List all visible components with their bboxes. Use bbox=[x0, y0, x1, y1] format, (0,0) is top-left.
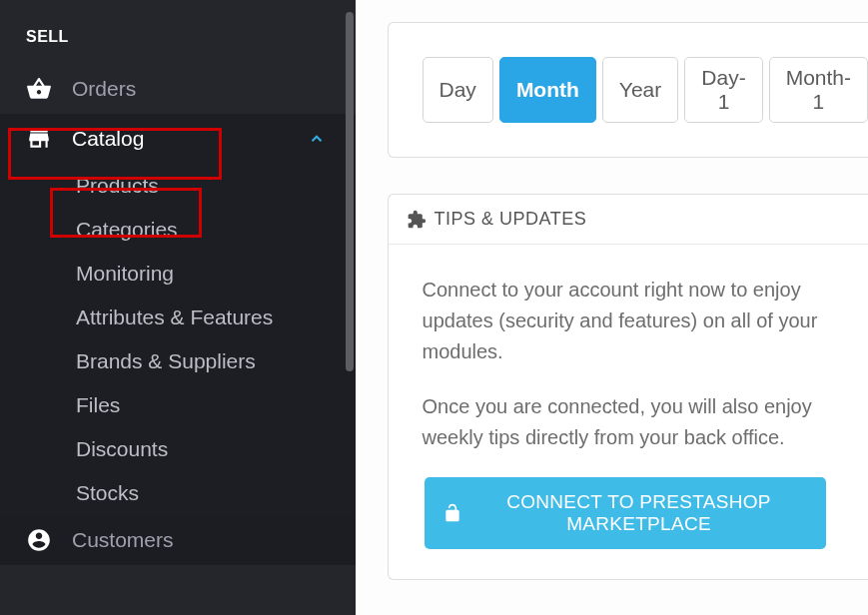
sidebar: SELL Orders Catalog Products Categories … bbox=[0, 0, 356, 615]
range-btn-year[interactable]: Year bbox=[602, 57, 678, 123]
catalog-submenu: Products Categories Monitoring Attribute… bbox=[0, 164, 356, 515]
user-circle-icon bbox=[26, 527, 52, 553]
tips-body: Connect to your account right now to enj… bbox=[389, 245, 868, 579]
range-btn-month[interactable]: Month bbox=[499, 57, 596, 123]
submenu-item-categories[interactable]: Categories bbox=[0, 208, 356, 252]
sidebar-item-label: Catalog bbox=[72, 127, 144, 151]
date-range-group: Day Month Year Day-1 Month-1 bbox=[423, 57, 868, 123]
submenu-item-files[interactable]: Files bbox=[0, 383, 356, 427]
sidebar-item-label: Orders bbox=[72, 77, 136, 101]
tips-card: TIPS & UPDATES Connect to your account r… bbox=[388, 194, 868, 580]
range-btn-day[interactable]: Day bbox=[423, 57, 493, 123]
chevron-up-icon bbox=[308, 130, 326, 148]
sidebar-section-title: SELL bbox=[0, 0, 356, 64]
date-range-card: Day Month Year Day-1 Month-1 bbox=[388, 22, 868, 158]
range-btn-month-1[interactable]: Month-1 bbox=[769, 57, 868, 123]
puzzle-icon bbox=[407, 210, 427, 230]
submenu-item-products[interactable]: Products bbox=[0, 164, 356, 208]
connect-button-label: CONNECT TO PRESTASHOP MARKETPLACE bbox=[470, 491, 808, 535]
range-btn-day-1[interactable]: Day-1 bbox=[684, 57, 762, 123]
unlock-icon bbox=[442, 503, 462, 523]
submenu-item-stocks[interactable]: Stocks bbox=[0, 471, 356, 515]
store-icon bbox=[26, 126, 52, 152]
tips-header: TIPS & UPDATES bbox=[389, 195, 868, 245]
tips-title: TIPS & UPDATES bbox=[434, 209, 587, 230]
submenu-item-attributes-features[interactable]: Attributes & Features bbox=[0, 296, 356, 339]
basket-icon bbox=[26, 76, 52, 102]
sidebar-item-catalog[interactable]: Catalog bbox=[0, 114, 356, 164]
submenu-item-monitoring[interactable]: Monitoring bbox=[0, 252, 356, 296]
main-content: Day Month Year Day-1 Month-1 TIPS & UPDA… bbox=[356, 0, 868, 615]
scrollbar-thumb[interactable] bbox=[346, 12, 354, 371]
tips-paragraph-1: Connect to your account right now to enj… bbox=[423, 275, 838, 367]
sidebar-item-customers[interactable]: Customers bbox=[0, 515, 356, 565]
tips-paragraph-2: Once you are connected, you will also en… bbox=[423, 391, 838, 453]
connect-marketplace-button[interactable]: CONNECT TO PRESTASHOP MARKETPLACE bbox=[425, 477, 826, 549]
sidebar-item-orders[interactable]: Orders bbox=[0, 64, 356, 114]
submenu-item-discounts[interactable]: Discounts bbox=[0, 427, 356, 471]
submenu-item-brands-suppliers[interactable]: Brands & Suppliers bbox=[0, 339, 356, 383]
sidebar-item-label: Customers bbox=[72, 528, 174, 552]
